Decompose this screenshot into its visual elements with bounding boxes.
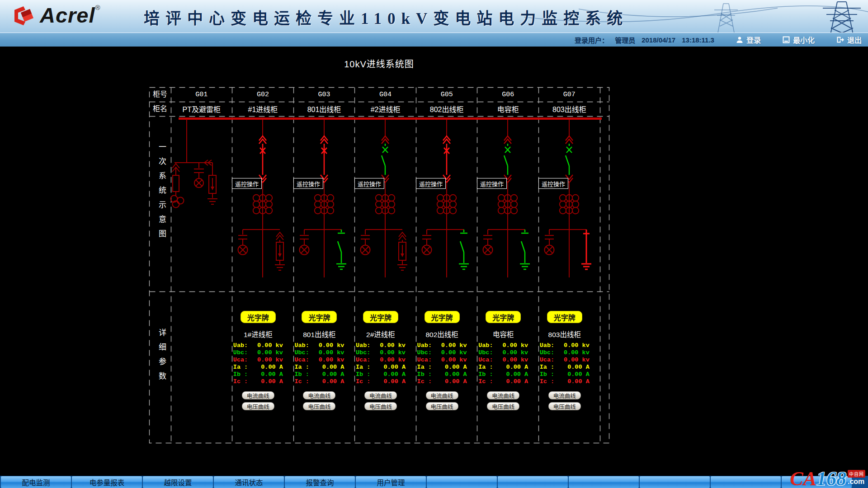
remote-operation-button[interactable]: 遥控操作: [538, 178, 568, 189]
parameter-label: Ubc:: [294, 349, 309, 357]
nav-button[interactable]: 用户管理: [356, 476, 426, 488]
parameter-value: 0.00 A: [322, 378, 344, 385]
parameter-row: Ubc: 0.00 kv: [356, 349, 406, 357]
cabinet-name-header: 柜名: [149, 102, 171, 116]
current-curve-button[interactable]: 电流曲线: [548, 391, 581, 399]
remote-operation-button[interactable]: 遥控操作: [416, 178, 446, 189]
parameter-row: Uca: 0.00 kv: [356, 357, 406, 364]
parameter-label: Ubc:: [478, 349, 493, 357]
nav-empty-slots: [426, 476, 852, 488]
exit-icon: [836, 36, 844, 43]
annunciator-button[interactable]: 光字牌: [425, 311, 460, 323]
nav-button[interactable]: 配电监测: [1, 476, 71, 488]
watermark-168: 168: [816, 470, 846, 488]
nav-button[interactable]: 越限设置: [143, 476, 213, 488]
parameter-label: Ubc:: [233, 349, 248, 357]
annunciator-button[interactable]: 光字牌: [547, 311, 582, 323]
nav-button[interactable]: 报警查询: [285, 476, 355, 488]
nav-empty-slot: [711, 476, 781, 488]
parameter-label: Ic :: [417, 378, 432, 385]
current-curve-button[interactable]: 电流曲线: [364, 391, 397, 399]
parameter-row: Ia : 0.00 A: [233, 364, 283, 371]
parameter-label: Ia :: [540, 364, 554, 371]
parameter-row: Uca: 0.00 kv: [233, 357, 283, 364]
current-curve-button[interactable]: 电流曲线: [487, 391, 519, 399]
tower-small: [714, 4, 738, 33]
feeder-name: 802出线柜: [425, 329, 458, 339]
cabinet-id-cell: G05: [416, 91, 477, 99]
feeder-detail-column: 光字牌 2#进线柜 Uab: 0.00 kv Ubc: 0.00 kv: [354, 291, 416, 443]
parameter-value: 0.00 A: [567, 378, 590, 385]
parameter-list: Uab: 0.00 kv Ubc: 0.00 kv Uca: 0.00 kv: [540, 342, 590, 385]
current-curve-button[interactable]: 电流曲线: [242, 391, 274, 399]
voltage-curve-button[interactable]: 电压曲线: [303, 402, 335, 410]
parameter-row: Ubc: 0.00 kv: [233, 349, 283, 357]
remote-operation-button[interactable]: 遥控操作: [293, 178, 323, 189]
minimize-button[interactable]: 最小化: [783, 34, 815, 45]
brand-logo: Acrel ®: [12, 3, 100, 28]
parameter-label: Ib :: [294, 371, 309, 378]
feeder-g06-symbol: [483, 120, 530, 277]
parameter-value: 0.00 kv: [319, 349, 344, 357]
current-curve-button[interactable]: 电流曲线: [303, 391, 335, 399]
parameter-row: Uca: 0.00 kv: [540, 357, 590, 364]
parameter-row: Ib : 0.00 A: [294, 371, 344, 378]
parameter-value: 0.00 kv: [502, 349, 528, 357]
parameter-label: Ubc:: [540, 349, 554, 357]
nav-button[interactable]: 通讯状态: [214, 476, 284, 488]
parameter-value: 0.00 A: [261, 378, 283, 385]
parameter-row: Ubc: 0.00 kv: [417, 349, 467, 357]
cabinet-id-cell: G01: [171, 91, 232, 99]
parameter-row: Uab: 0.00 kv: [294, 342, 344, 349]
login-user-name: 管理员: [615, 35, 635, 45]
cabinet-id-row: G01 G02 G03 G04 G05 G06 G07: [171, 87, 609, 102]
login-user-label: 登录用户：: [575, 35, 609, 45]
voltage-curve-button[interactable]: 电压曲线: [364, 402, 397, 410]
feeder-name: 803出线柜: [548, 329, 581, 339]
parameter-value: 0.00 kv: [564, 349, 590, 357]
exit-button[interactable]: 退出: [836, 34, 862, 45]
annunciator-button[interactable]: 光字牌: [302, 311, 337, 323]
annunciator-button[interactable]: 光字牌: [241, 311, 276, 323]
login-button[interactable]: 登录: [736, 34, 761, 45]
parameter-value: 0.00 kv: [502, 342, 528, 349]
parameter-value: 0.00 kv: [319, 357, 344, 364]
parameter-label: Ic :: [294, 378, 309, 385]
cabinet-name-cell: 802出线柜: [416, 103, 477, 114]
remote-operation-button[interactable]: 遥控操作: [354, 178, 384, 189]
watermark-dotcom: .com: [848, 478, 864, 486]
voltage-curve-button[interactable]: 电压曲线: [548, 402, 581, 410]
voltage-curve-button[interactable]: 电压曲线: [487, 402, 519, 410]
parameter-value: 0.00 A: [445, 364, 467, 371]
nav-empty-slot: [427, 476, 497, 488]
parameter-value: 0.00 A: [322, 364, 344, 371]
voltage-curve-button[interactable]: 电压曲线: [426, 402, 458, 410]
voltage-curve-button[interactable]: 电压曲线: [242, 402, 274, 410]
feeder-g02-symbol: [238, 120, 285, 277]
nav-button[interactable]: 电参量报表: [72, 476, 142, 488]
parameter-row: Ubc: 0.00 kv: [540, 349, 590, 357]
feeder-detail-column: 光字牌 803出线柜 Uab: 0.00 kv Ubc: 0.00 kv: [538, 291, 600, 443]
parameter-label: Ia :: [356, 364, 370, 371]
annunciator-button[interactable]: 光字牌: [486, 311, 521, 323]
minimize-icon: [783, 36, 790, 43]
cabinet-id-cell: G07: [539, 91, 600, 99]
parameter-value: 0.00 A: [445, 371, 467, 378]
scada-screen: Acrel ® 培评中心变电运检专业110kV变电站电力监控系统 登录用户： 管…: [0, 0, 868, 488]
remote-operation-button[interactable]: 遥控操作: [477, 178, 507, 189]
nav-buttons: 配电监测 电参量报表 越限设置 通讯状态 报警查询 用户管理: [0, 476, 426, 488]
annunciator-button[interactable]: 光字牌: [363, 311, 398, 323]
parameter-row: Uab: 0.00 kv: [233, 342, 283, 349]
parameter-value: 0.00 A: [383, 364, 406, 371]
nav-empty-slot: [640, 476, 710, 488]
remote-operation-button[interactable]: 遥控操作: [232, 178, 262, 189]
user-icon: [736, 36, 743, 43]
current-curve-button[interactable]: 电流曲线: [426, 391, 458, 399]
parameter-value: 0.00 A: [383, 378, 406, 385]
parameter-value: 0.00 A: [506, 371, 528, 378]
user-strip: 登录用户： 管理员 2018/04/17 13:18:11.3 登录 最小化: [575, 33, 862, 46]
parameter-row: Ic : 0.00 A: [478, 378, 528, 385]
cabinet-name-cell: 803出线柜: [539, 103, 600, 114]
parameter-value: 0.00 kv: [441, 357, 467, 364]
parameter-value: 0.00 kv: [564, 357, 590, 364]
